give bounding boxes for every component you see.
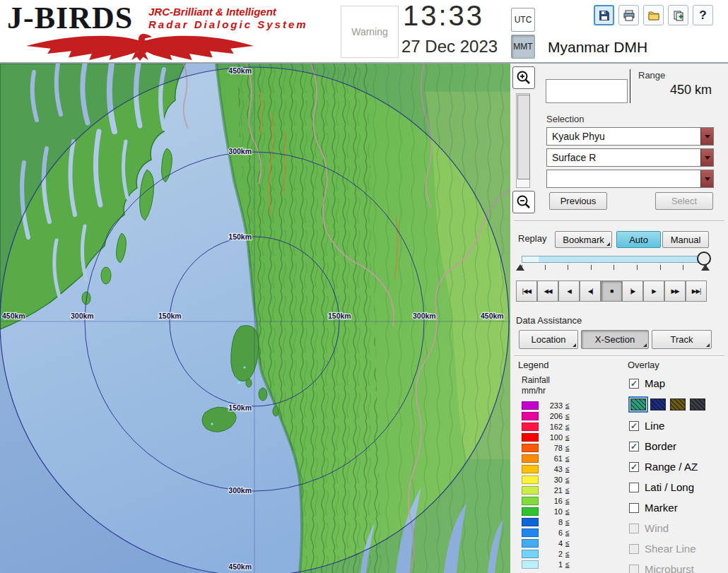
legend-row: 16≤ xyxy=(522,495,570,506)
legend-value: 6 xyxy=(544,528,563,537)
zoom-scrollbar-thumb[interactable] xyxy=(517,95,530,179)
corner-arrow-icon xyxy=(643,343,647,347)
timezone-toggle: UTC MMT xyxy=(511,8,535,61)
range-ring-label: 450km xyxy=(2,312,25,320)
help-icon: ? xyxy=(699,8,706,23)
bookmark-label: Bookmark xyxy=(563,235,604,245)
dropdown-arrow-icon[interactable] xyxy=(700,149,713,166)
stop-button[interactable]: ■ xyxy=(601,280,622,302)
fast-forward-button[interactable]: ▶▶ xyxy=(664,280,686,302)
overlay-item-border[interactable]: Border xyxy=(629,436,727,456)
checkbox[interactable] xyxy=(629,462,639,472)
fast-rewind-button[interactable]: ◀◀ xyxy=(537,280,558,302)
legend-lte-symbol: ≤ xyxy=(565,560,570,568)
legend-row: 100≤ xyxy=(522,432,570,442)
legend-value: 61 xyxy=(544,454,563,463)
range-ring-label: 150km xyxy=(328,312,351,320)
legend-value: 21 xyxy=(544,486,563,495)
legend-row: 78≤ xyxy=(522,442,570,453)
checkbox[interactable] xyxy=(629,442,639,451)
checkbox[interactable] xyxy=(629,421,639,431)
utc-button[interactable]: UTC xyxy=(511,8,535,32)
map-style-swatch[interactable] xyxy=(670,398,686,410)
mmt-button[interactable]: MMT xyxy=(511,35,535,59)
legend-lte-symbol: ≤ xyxy=(565,444,570,451)
export-button[interactable] xyxy=(668,5,688,25)
legend-value: 78 xyxy=(544,444,563,452)
legend-row: 2≤ xyxy=(522,548,570,559)
rainfall-legend: 233≤206≤162≤100≤78≤61≤43≤30≤21≤16≤10≤8≤6… xyxy=(522,400,570,569)
overlay-item-line[interactable]: Line xyxy=(629,415,727,436)
select-button[interactable]: Select xyxy=(655,192,713,210)
checkbox xyxy=(629,524,639,533)
help-button[interactable]: ? xyxy=(693,5,713,25)
skip-to-end-button[interactable]: ▶▶| xyxy=(686,280,707,302)
map-style-swatch[interactable] xyxy=(630,398,646,410)
auto-mode-button[interactable]: Auto xyxy=(616,231,661,248)
legend-lte-symbol: ≤ xyxy=(565,507,570,515)
legend-lte-symbol: ≤ xyxy=(565,518,570,526)
slider-thumb[interactable] xyxy=(697,252,711,266)
selection-dropdown-extra[interactable] xyxy=(546,170,714,188)
legend-color-swatch xyxy=(522,454,539,463)
play-button[interactable]: ▶ xyxy=(643,280,664,302)
zoom-in-button[interactable] xyxy=(512,66,535,89)
radar-map[interactable]: 450km 300km 150km 150km 300km 450km 450k… xyxy=(0,64,510,573)
dropdown-arrow-icon[interactable] xyxy=(700,128,713,145)
overlay-item-map[interactable]: Map xyxy=(629,373,727,394)
warning-indicator: Warning xyxy=(341,6,399,58)
checkbox[interactable] xyxy=(629,483,639,492)
overlay-label: Overlay xyxy=(628,360,659,370)
map-style-swatch[interactable] xyxy=(650,398,666,410)
print-icon xyxy=(623,9,635,22)
overlay-item-label: Lati / Long xyxy=(645,481,694,493)
legend-color-swatch xyxy=(522,528,539,537)
replay-timeline-slider[interactable] xyxy=(522,256,707,263)
location-button[interactable]: Location xyxy=(519,330,578,349)
overlay-item-label: Line xyxy=(645,420,664,432)
overlay-item-marker[interactable]: Marker xyxy=(629,497,727,518)
overlay-item-label: Shear Line xyxy=(645,543,696,555)
range-input-field[interactable] xyxy=(546,79,628,103)
open-button[interactable] xyxy=(643,5,664,25)
x-section-button[interactable]: X-Section xyxy=(581,330,649,349)
save-button[interactable] xyxy=(594,5,614,25)
legend-row: 8≤ xyxy=(522,516,570,527)
checkbox[interactable] xyxy=(629,503,639,513)
overlay-item-lati-long[interactable]: Lati / Long xyxy=(629,477,727,497)
legend-lte-symbol: ≤ xyxy=(565,433,570,441)
step-back-button[interactable]: ◀ xyxy=(558,280,580,302)
slider-start-marker[interactable] xyxy=(516,264,524,271)
range-ring-label: 150km xyxy=(228,403,252,412)
next-frame-button[interactable]: |▶ xyxy=(622,280,643,302)
track-button[interactable]: Track xyxy=(652,330,712,349)
dropdown-arrow-icon[interactable] xyxy=(700,170,713,187)
overlay-item-range-az[interactable]: Range / AZ xyxy=(629,456,727,477)
selection-dropdown-site[interactable]: Kyauk Phyu xyxy=(546,127,714,146)
overlay-item-label: Map xyxy=(645,377,665,389)
station-name: Myanmar DMH xyxy=(548,39,647,56)
print-button[interactable] xyxy=(618,5,639,25)
selection-dropdown-product[interactable]: Surface R xyxy=(546,148,714,167)
legend-value: 10 xyxy=(544,507,563,516)
zoom-out-button[interactable] xyxy=(512,191,535,213)
bookmark-button[interactable]: Bookmark xyxy=(555,231,612,248)
clock-time: 13:33 xyxy=(403,0,484,32)
overlay-item-shear-line: Shear Line xyxy=(629,538,727,559)
slider-fill xyxy=(522,256,539,262)
prev-frame-button[interactable]: ◀| xyxy=(580,280,601,302)
open-folder-icon xyxy=(647,9,660,22)
zoom-scrollbar[interactable] xyxy=(516,93,530,188)
previous-button[interactable]: Previous xyxy=(549,192,607,210)
manual-mode-button[interactable]: Manual xyxy=(662,231,709,248)
location-label: Location xyxy=(531,334,565,345)
range-ring-label: 150km xyxy=(158,312,182,320)
skip-to-start-button[interactable]: |◀◀ xyxy=(516,280,537,302)
overlay-item-wind: Wind xyxy=(629,518,727,538)
legend-row: 162≤ xyxy=(522,421,570,432)
overlay-item-label: Range / AZ xyxy=(645,461,698,473)
checkbox[interactable] xyxy=(629,379,639,389)
map-style-swatch[interactable] xyxy=(690,398,705,410)
overlay-item-label: Marker xyxy=(645,502,678,514)
legend-lte-symbol: ≤ xyxy=(565,423,570,430)
